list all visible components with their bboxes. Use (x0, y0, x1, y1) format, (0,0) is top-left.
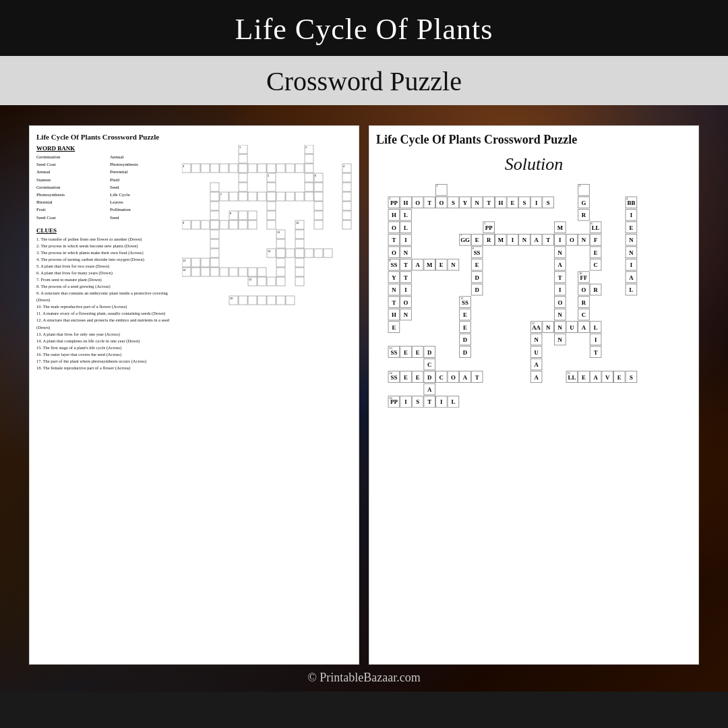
solution-grid: 12P3PHOTOSYNTHESISGB4BHLRIOLP5PML6LETIG7… (388, 184, 693, 408)
solution-grid-wrapper: 12P3PHOTOSYNTHESISGB4BHLRIOLP5PML6LETIG7… (376, 184, 692, 408)
word-bank-label: WORD BANK (36, 145, 177, 152)
main-title: Life Cycle Of Plants (0, 12, 728, 47)
left-panel-title: Life Cycle Of Plants Crossword Puzzle (36, 133, 352, 141)
right-panel-title: Life Cycle Of Plants Crossword Puzzle (376, 133, 692, 148)
subtitle-bar: Crossword Puzzle (0, 56, 728, 105)
left-panel: Life Cycle Of Plants Crossword Puzzle WO… (29, 125, 359, 665)
word-bank: GerminationSeed CoatAnnualStamenGerminat… (36, 154, 177, 222)
main-area: Life Cycle Of Plants Crossword Puzzle WO… (0, 105, 728, 692)
footer-text: © PrintableBazaar.com (307, 671, 421, 684)
footer: © PrintableBazaar.com (0, 664, 728, 692)
subtitle: Crossword Puzzle (0, 65, 728, 97)
clues-section: CLUES 1. The transfer of pollen from one… (36, 227, 177, 371)
crossword-grid-left (182, 145, 352, 371)
right-panel: Life Cycle Of Plants Crossword Puzzle So… (369, 125, 699, 665)
solution-label: Solution (376, 154, 692, 175)
clues-list: 1. The transfer of pollen from one flowe… (36, 236, 177, 371)
top-header: Life Cycle Of Plants (0, 0, 728, 56)
clues-label: CLUES (36, 227, 177, 234)
